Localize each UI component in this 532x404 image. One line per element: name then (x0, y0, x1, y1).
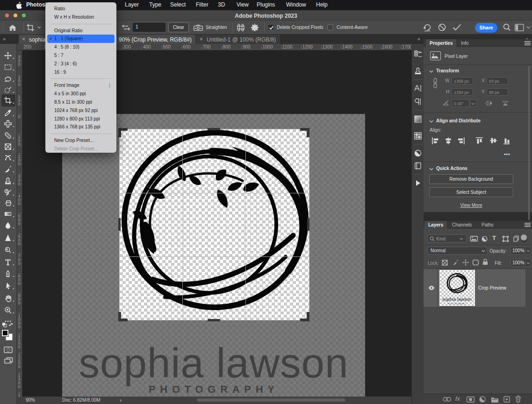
svg-text:PHOTOGRAPHY: PHOTOGRAPHY (448, 303, 466, 305)
svg-text:sophia lawson: sophia lawson (442, 297, 472, 302)
